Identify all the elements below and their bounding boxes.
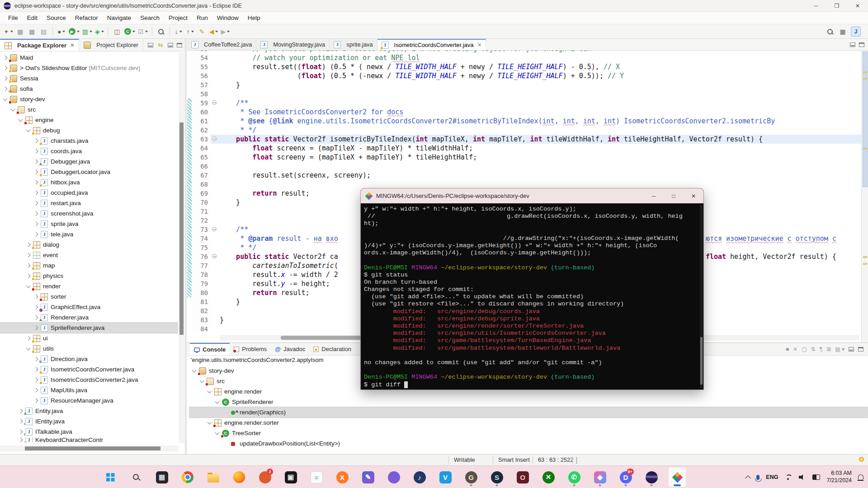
tree-item-occupied-java[interactable]: Joccupied.java: [0, 188, 178, 198]
tree-collapsed-arrow-icon[interactable]: [34, 222, 38, 226]
taskbar-start-button[interactable]: [101, 467, 119, 487]
close-tab-icon[interactable]: ✕: [477, 42, 481, 48]
fold-collapse-icon[interactable]: [212, 136, 217, 141]
tree-item-utils[interactable]: utils: [0, 343, 178, 354]
menu-refactor[interactable]: Refactor: [71, 13, 103, 23]
tree-expanded-arrow-icon[interactable]: [19, 117, 23, 122]
tree-item-src[interactable]: src: [0, 104, 178, 115]
scroll-lock-icon[interactable]: ⇅: [811, 346, 816, 352]
tree-item-resourcemanager-java[interactable]: JResourceManager.java: [0, 395, 178, 406]
maximize-button[interactable]: ❐: [826, 0, 847, 11]
taskbar-search-button[interactable]: [127, 467, 145, 487]
close-button[interactable]: ✕: [847, 0, 868, 11]
minimize-editor-icon[interactable]: [850, 42, 855, 47]
hscroll-thumb[interactable]: [25, 446, 160, 450]
editor-tab-isometriccoordsconverter-java[interactable]: JIsometricCoordsConverter.java✕: [377, 39, 486, 50]
tree-expanded-arrow-icon[interactable]: [26, 127, 31, 132]
tree-collapsed-arrow-icon[interactable]: [34, 295, 38, 299]
tree-item-updatedrawboxposition-list-entity[interactable]: updateDrawboxPosition(List<Entity>): [189, 438, 868, 449]
tree-collapsed-arrow-icon[interactable]: [34, 211, 38, 216]
taskbar-task-view-button[interactable]: ▦: [153, 467, 171, 487]
tree-collapsed-arrow-icon[interactable]: [19, 409, 23, 413]
tree-expanded-arrow-icon[interactable]: [26, 283, 31, 288]
tree-collapsed-arrow-icon[interactable]: [3, 56, 8, 60]
taskbar-vscode-button[interactable]: V: [436, 467, 454, 487]
save-button[interactable]: ▦: [15, 26, 26, 37]
editor-tab-coffeetoffee2-java[interactable]: JCoffeeToffee2.java: [187, 39, 256, 50]
taskbar-music-player-button[interactable]: ♪: [410, 467, 429, 487]
tree-item-coords-java[interactable]: Jcoords.java: [0, 146, 178, 156]
taskbar-gimp-button[interactable]: G: [462, 467, 480, 487]
code-line-67[interactable]: 67 result.set(screenx, screeny);: [187, 171, 861, 180]
search-flashlight-button[interactable]: [156, 26, 166, 37]
menu-edit[interactable]: Edit: [23, 13, 42, 23]
tree-expanded-arrow-icon[interactable]: [200, 378, 204, 383]
pen-device-icon[interactable]: [812, 474, 820, 480]
debug-button[interactable]: ●: [56, 26, 67, 37]
tree-item-debugger-java[interactable]: JADebugger.java: [0, 156, 178, 167]
back-button[interactable]: ◀: [208, 26, 219, 37]
console-tab-problems[interactable]: Problems: [230, 343, 271, 355]
taskbar-mail-app-button[interactable]: 2: [256, 467, 274, 487]
tree-expanded-arrow-icon[interactable]: [215, 430, 220, 435]
taskbar-firefox-button[interactable]: [230, 467, 248, 487]
terminal-scroll-thumb[interactable]: [700, 337, 703, 385]
coverage-button[interactable]: ▥: [81, 26, 93, 37]
tree-item-sessia[interactable]: Sessia: [0, 73, 178, 84]
menu-run[interactable]: Run: [192, 13, 212, 23]
new-wizard-button[interactable]: ✦: [3, 26, 14, 37]
tree-item-renderer-java[interactable]: JARenderer.java: [0, 312, 178, 323]
tree-expanded-arrow-icon[interactable]: [11, 107, 15, 111]
tree-item-event[interactable]: event: [0, 250, 178, 260]
tree-item-ui[interactable]: ui: [0, 333, 178, 343]
java-perspective-button[interactable]: J: [850, 26, 862, 37]
tree-item-dialog[interactable]: dialog: [0, 239, 178, 250]
tree-expanded-arrow-icon[interactable]: [26, 346, 31, 350]
code-line-60[interactable]: 60 * See IsometricCoordsConverter2 for d…: [187, 108, 861, 117]
taskbar-paint3d-button[interactable]: ◆: [591, 467, 609, 487]
menu-help[interactable]: Help: [243, 13, 265, 23]
tree-collapsed-arrow-icon[interactable]: [34, 315, 38, 320]
code-line-66[interactable]: 66: [187, 162, 861, 171]
taskbar-xampp-button[interactable]: X: [333, 467, 351, 487]
forward-button[interactable]: ▶: [220, 26, 231, 37]
tree-collapsed-arrow-icon[interactable]: [26, 274, 31, 278]
tree-item-isometriccoordsconverter2-java[interactable]: JIsometricCoordsConverter2.java: [0, 375, 178, 385]
taskbar-eclipse-ide-button[interactable]: [642, 467, 660, 487]
taskbar-messenger-app-button[interactable]: [385, 467, 403, 487]
fold-collapse-icon[interactable]: [212, 227, 217, 231]
tree-item-engine-render-sorter[interactable]: engine.render.sorter: [189, 418, 868, 428]
maximize-console-icon[interactable]: [858, 347, 863, 352]
tree-collapsed-arrow-icon[interactable]: [34, 149, 38, 154]
minimize-view-icon[interactable]: [168, 43, 173, 47]
tree-collapsed-arrow-icon[interactable]: [34, 378, 38, 382]
tree-expanded-arrow-icon[interactable]: [192, 368, 197, 372]
tree-expanded-arrow-icon[interactable]: [208, 420, 212, 424]
taskbar-recorder-app-button[interactable]: O: [514, 467, 532, 487]
console-tab-declaration[interactable]: Declaration: [309, 343, 355, 355]
next-annotation-button[interactable]: ↓: [173, 26, 184, 37]
menu-search[interactable]: Search: [136, 13, 164, 23]
tree-expanded-arrow-icon[interactable]: [215, 399, 220, 404]
remove-launch-icon[interactable]: ✕: [793, 346, 797, 352]
taskbar-discord-button[interactable]: D9+: [617, 467, 635, 487]
fold-collapse-icon[interactable]: [212, 254, 217, 258]
tree-item-maid[interactable]: Maid: [0, 52, 178, 63]
tree-collapsed-arrow-icon[interactable]: [34, 399, 38, 403]
tree-expanded-arrow-icon[interactable]: [208, 389, 212, 393]
terminal-close-button[interactable]: ✕: [684, 188, 703, 203]
code-line-55[interactable]: 55 result.set((float) (0.5 * ( newx / TI…: [187, 62, 861, 71]
taskbar-whatsapp-button[interactable]: ✆: [565, 467, 583, 487]
tree-item-story-dev[interactable]: story-dev: [0, 94, 178, 104]
tree-collapsed-arrow-icon[interactable]: [34, 191, 38, 195]
tree-collapsed-arrow-icon[interactable]: [34, 170, 38, 174]
clear-console-icon[interactable]: ▢: [802, 346, 807, 352]
run-button[interactable]: ▶: [68, 26, 80, 37]
tree-collapsed-arrow-icon[interactable]: [34, 326, 38, 330]
tree-item-debug[interactable]: debug: [0, 125, 178, 136]
taskbar-paint-tool-button[interactable]: ✎: [359, 467, 377, 487]
tree-item-physics[interactable]: physics: [0, 271, 178, 281]
tree-collapsed-arrow-icon[interactable]: [3, 66, 8, 70]
menu-source[interactable]: Source: [42, 13, 71, 23]
wifi-icon[interactable]: [784, 474, 793, 480]
